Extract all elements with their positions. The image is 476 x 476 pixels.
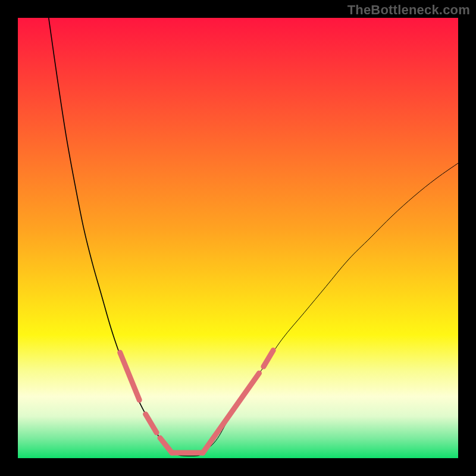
chart-frame: TheBottleneck.com	[0, 0, 476, 476]
plot-svg	[18, 18, 458, 458]
plot-area	[18, 18, 458, 458]
watermark-text: TheBottleneck.com	[347, 2, 470, 18]
gradient-background	[18, 18, 458, 458]
